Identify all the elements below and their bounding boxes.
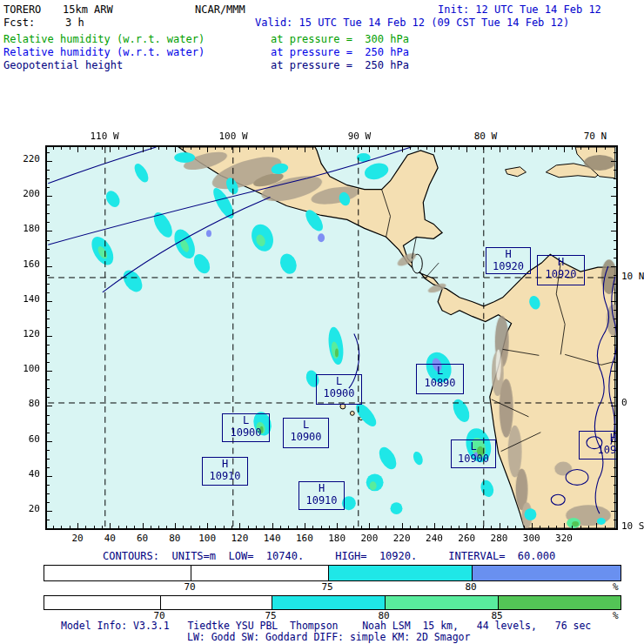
colorbar-segment xyxy=(472,566,621,580)
x-grid-label: 300 xyxy=(523,533,540,544)
x-grid-label: 60 xyxy=(137,533,148,544)
x-grid-label: 20 xyxy=(71,533,83,544)
center-value: 10920 xyxy=(538,268,584,280)
low-center-box: L10900 xyxy=(222,413,270,442)
weather-plot: TORERO 15km ARW NCAR/MMM Init: 12 UTC Tu… xyxy=(0,0,644,644)
center-letter: L xyxy=(452,440,495,453)
lon-label: 100 W xyxy=(218,131,247,142)
y-grid-label: 20 xyxy=(0,503,40,514)
x-grid-label: 120 xyxy=(231,533,248,544)
colorbar-divider xyxy=(160,596,161,609)
lon-label: 90 W xyxy=(348,131,372,142)
colorbar-2 xyxy=(44,595,621,610)
center-letter: H xyxy=(203,458,247,470)
lat-label: 0 xyxy=(621,397,627,408)
colorbar-segment xyxy=(385,596,498,609)
colorbar-segment xyxy=(44,596,160,609)
center-letter: L xyxy=(223,414,269,426)
org-label: NCAR/MMM xyxy=(195,3,245,16)
high-center-box: H10920 xyxy=(486,247,531,274)
center-value: 10910 xyxy=(203,470,247,482)
field-1-name: Relative humidity (w.r.t. water) xyxy=(3,33,205,45)
model-title: TORERO xyxy=(3,3,41,16)
colorbar-unit: % xyxy=(613,610,619,621)
colorbar-1 xyxy=(44,565,621,581)
low-center-box: L10890 xyxy=(416,364,464,394)
colorbar-unit: % xyxy=(613,581,619,593)
center-value: 10890 xyxy=(417,377,463,389)
field-3-name: Geopotential height xyxy=(3,59,123,71)
x-grid-label: 220 xyxy=(393,533,411,544)
colorbar-segment xyxy=(328,566,472,580)
model-info-line2: LW: Godd SW: Goddard DIFF: simple KM: 2D… xyxy=(187,631,470,643)
center-letter: L xyxy=(284,419,328,431)
y-grid-label: 220 xyxy=(0,153,40,164)
colorbar-divider xyxy=(272,596,272,609)
model-info-line1: Model Info: V3.3.1 Tiedtke YSU PBL Thomp… xyxy=(61,620,591,632)
island-jamaica xyxy=(506,167,527,177)
map-panel: H10920H10920L10890L10900L10900L10900L109… xyxy=(45,145,618,530)
colorbar-divider xyxy=(498,596,499,609)
colorbar-divider xyxy=(328,566,329,580)
colorbar-divider xyxy=(191,566,191,580)
x-grid-label: 100 xyxy=(198,533,216,544)
center-value: 10900 xyxy=(223,426,269,439)
colorbar-segment xyxy=(272,596,385,609)
center-letter: H xyxy=(299,482,344,494)
colorbar-segment xyxy=(498,596,621,609)
low-center-box: L10900 xyxy=(283,418,329,448)
center-value: 10910 xyxy=(299,494,344,506)
high-center-box: H10920 xyxy=(579,431,618,460)
high-center-box: H10920 xyxy=(537,255,585,285)
map-geography xyxy=(47,147,616,528)
lat-label: 10 N xyxy=(621,271,644,282)
center-value: 10900 xyxy=(284,431,328,443)
y-grid-label: 200 xyxy=(0,188,40,199)
field-3-level: at pressure = 250 hPa xyxy=(271,59,409,71)
colorbar-segment xyxy=(44,566,191,580)
center-value: 10920 xyxy=(580,444,618,456)
low-center-box: L10900 xyxy=(451,439,496,468)
y-grid-label: 180 xyxy=(0,223,40,234)
colorbar-tick-label: 80 xyxy=(465,581,476,593)
x-grid-label: 320 xyxy=(555,533,573,544)
colorbar-tick-label: 75 xyxy=(321,581,332,593)
low-center-box: L10900 xyxy=(316,374,362,405)
field-2-name: Relative humidity (w.r.t. water) xyxy=(3,46,205,58)
colorbar-segment xyxy=(191,566,328,580)
center-letter: L xyxy=(417,365,463,377)
x-grid-label: 160 xyxy=(296,533,313,544)
x-grid-label: 40 xyxy=(104,533,116,544)
x-grid-label: 80 xyxy=(169,533,180,544)
x-grid-label: 260 xyxy=(458,533,475,544)
lon-label: 80 W xyxy=(474,131,498,142)
center-value: 10920 xyxy=(486,260,530,272)
init-time: Init: 12 UTC Tue 14 Feb 12 xyxy=(438,3,601,16)
fcst-label: Fcst: xyxy=(3,17,35,29)
high-center-box: H10910 xyxy=(202,457,248,486)
center-value: 10900 xyxy=(317,387,361,399)
lon-label: 70 N xyxy=(584,131,607,142)
x-grid-label: 200 xyxy=(360,533,378,544)
contours-info: CONTOURS: UNITS=m LOW= 10740. HIGH= 1092… xyxy=(103,550,555,562)
center-letter: L xyxy=(317,375,361,387)
model-config: 15km ARW xyxy=(63,3,113,16)
colorbar-divider xyxy=(385,596,386,609)
center-letter: H xyxy=(538,256,584,268)
lat-label: 10 S xyxy=(621,520,644,532)
center-letter: H xyxy=(580,432,618,444)
high-center-box: H10910 xyxy=(299,481,345,510)
fcst-value: 3 h xyxy=(65,17,84,29)
island-galapagos xyxy=(350,412,354,416)
y-grid-label: 140 xyxy=(0,293,40,305)
y-grid-label: 160 xyxy=(0,258,40,270)
center-value: 10900 xyxy=(452,453,495,465)
lon-label: 110 W xyxy=(90,131,118,142)
x-grid-label: 140 xyxy=(264,533,281,544)
colorbar-tick-label: 70 xyxy=(184,581,195,593)
y-grid-label: 100 xyxy=(0,363,40,374)
y-grid-label: 60 xyxy=(0,433,40,445)
center-letter: H xyxy=(486,248,530,260)
y-grid-label: 40 xyxy=(0,468,40,480)
field-1-level: at pressure = 300 hPa xyxy=(271,33,409,45)
